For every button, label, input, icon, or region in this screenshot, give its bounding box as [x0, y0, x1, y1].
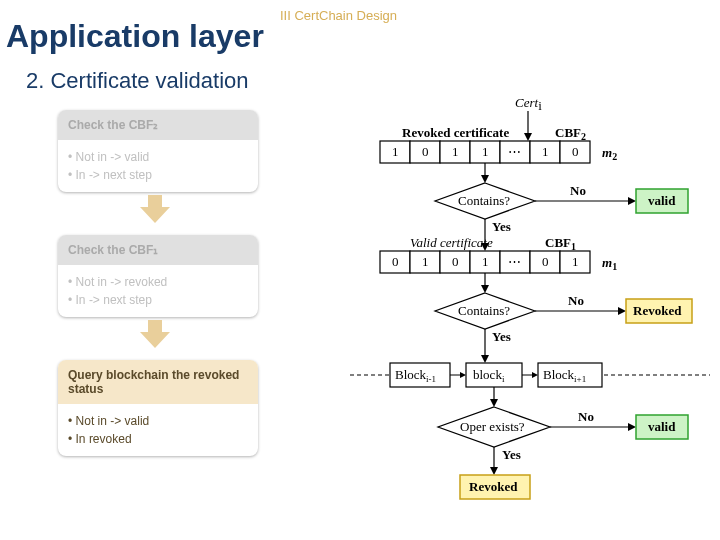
cbf2-label: CBF2 [555, 125, 586, 142]
svg-text:0: 0 [452, 254, 459, 269]
svg-text:0: 0 [422, 144, 429, 159]
step-title: Check the CBF₁ [58, 235, 258, 265]
svg-text:valid: valid [648, 193, 676, 208]
cbf1-label: CBF1 [545, 235, 576, 252]
svg-text:1: 1 [542, 144, 549, 159]
step-card-2: Check the CBF₁ • Not in -> revoked • In … [58, 235, 258, 317]
svg-text:1: 1 [482, 254, 489, 269]
svg-text:1: 1 [482, 144, 489, 159]
step-body: • Not in -> valid • In revoked [58, 404, 258, 456]
svg-text:Contains?: Contains? [458, 193, 510, 208]
svg-marker-71 [490, 467, 498, 475]
step-body: • Not in -> valid • In -> next step [58, 140, 258, 192]
svg-text:Yes: Yes [502, 447, 521, 462]
svg-marker-63 [490, 399, 498, 407]
section-title: 2. Certificate validation [26, 68, 249, 94]
step-title: Query blockchain the revoked status [58, 360, 258, 404]
svg-marker-44 [618, 307, 626, 315]
chapter-label: III CertChain Design [280, 8, 397, 23]
down-arrow-icon [140, 195, 170, 225]
page-title: Application layer [6, 18, 264, 55]
svg-marker-41 [481, 285, 489, 293]
row2-label: Valid certificate [410, 235, 493, 250]
svg-text:Yes: Yes [492, 329, 511, 344]
blockchain-row: Blocki-1 blocki Blocki+1 [390, 363, 602, 387]
svg-text:blocki: blocki [473, 367, 505, 384]
svg-text:Contains?: Contains? [458, 303, 510, 318]
svg-text:⋯: ⋯ [508, 144, 521, 159]
svg-marker-49 [481, 355, 489, 363]
svg-text:Revoked: Revoked [469, 479, 518, 494]
svg-marker-61 [532, 372, 538, 378]
step-title: Check the CBF₂ [58, 110, 258, 140]
svg-text:Yes: Yes [492, 219, 511, 234]
svg-text:No: No [578, 409, 594, 424]
svg-marker-59 [460, 372, 466, 378]
svg-marker-66 [628, 423, 636, 431]
svg-text:No: No [568, 293, 584, 308]
m2-label: m2 [602, 145, 617, 162]
cert-label: Certi [515, 95, 542, 113]
svg-text:⋯: ⋯ [508, 254, 521, 269]
svg-text:1: 1 [392, 144, 399, 159]
bit-row-2: 0 1 0 1 ⋯ 0 1 [380, 251, 590, 273]
svg-text:1: 1 [452, 144, 459, 159]
svg-text:1: 1 [572, 254, 579, 269]
svg-marker-17 [481, 175, 489, 183]
validation-diagram: Certi Revoked certificate CBF2 1 0 1 1 ⋯… [350, 95, 710, 525]
step-body: • Not in -> revoked • In -> next step [58, 265, 258, 317]
step-card-1: Check the CBF₂ • Not in -> valid • In ->… [58, 110, 258, 192]
svg-text:0: 0 [392, 254, 399, 269]
bit-row-1: 1 0 1 1 ⋯ 1 0 [380, 141, 590, 163]
svg-text:Oper exists?: Oper exists? [460, 419, 525, 434]
step-card-3: Query blockchain the revoked status • No… [58, 360, 258, 456]
svg-text:Revoked: Revoked [633, 303, 682, 318]
svg-text:No: No [570, 183, 586, 198]
row1-label: Revoked certificate [402, 125, 509, 140]
svg-text:0: 0 [542, 254, 549, 269]
down-arrow-icon [140, 320, 170, 350]
svg-marker-1 [524, 133, 532, 141]
svg-text:1: 1 [422, 254, 429, 269]
svg-marker-20 [628, 197, 636, 205]
svg-text:0: 0 [572, 144, 579, 159]
m1-label: m1 [602, 255, 617, 272]
svg-text:valid: valid [648, 419, 676, 434]
